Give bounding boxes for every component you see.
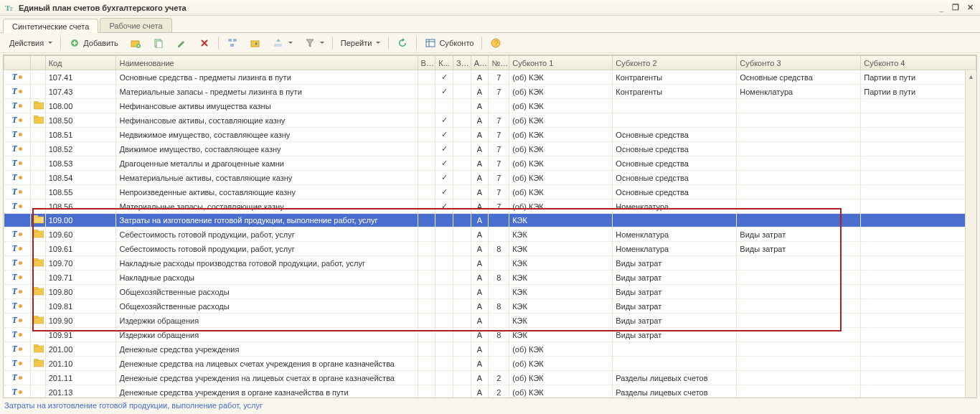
cell-s4: Партии в пути xyxy=(861,70,976,85)
cell-z xyxy=(453,227,471,242)
scrollbar[interactable]: ▲ xyxy=(965,71,976,397)
refresh-button[interactable] xyxy=(392,35,413,51)
table-row[interactable]: T109.90Издержки обращенияАКЭКВиды затрат xyxy=(4,314,976,328)
col-a[interactable]: А... xyxy=(471,56,489,70)
col-s4[interactable]: Субконто 4 xyxy=(861,56,976,70)
cell-s1: (об) КЭК xyxy=(509,357,613,371)
table-row[interactable]: T108.56Материальные запасы, составляющие… xyxy=(4,199,976,214)
table-row[interactable]: T109.71Накладные расходыА8КЭКВиды затрат xyxy=(4,270,976,285)
table-row[interactable]: T109.80Общехозяйственные расходыАКЭКВиды… xyxy=(4,285,976,299)
add-button[interactable]: Добавить xyxy=(64,35,123,51)
col-z[interactable]: З... xyxy=(453,56,471,70)
table-row[interactable]: T201.13Денежные средства учреждения в ор… xyxy=(4,385,976,399)
cell-a: А xyxy=(471,142,489,156)
cell-name: Недвижимое имущество, составляющее казну xyxy=(116,128,418,142)
separator xyxy=(332,37,333,50)
goto-menu[interactable]: Перейти xyxy=(336,37,386,50)
cell-s4 xyxy=(861,285,976,299)
table-row[interactable]: T107.43Материальные запасы - предметы ли… xyxy=(4,85,976,99)
table-row[interactable]: T201.00Денежные средства учрежденияА(об)… xyxy=(4,342,976,357)
cell-name: Себестоимость готовой продукции, работ, … xyxy=(116,227,418,242)
col-n[interactable]: №... xyxy=(489,56,509,70)
cell-code: 109.91 xyxy=(45,328,116,342)
cell-s3 xyxy=(737,371,861,385)
table-row[interactable]: T109.91Издержки обращенияА8КЭКВиды затра… xyxy=(4,328,976,342)
hierarchy-toggle[interactable] xyxy=(222,35,243,51)
table-row[interactable]: T108.51Недвижимое имущество, составляюще… xyxy=(4,128,976,142)
cell-z xyxy=(453,199,471,214)
cell-k xyxy=(435,242,453,256)
cell-v xyxy=(418,270,435,285)
cell-a: А xyxy=(471,113,489,128)
table-row[interactable]: T108.55Непроизведенные активы, составляю… xyxy=(4,185,976,199)
cell-code: 107.43 xyxy=(45,85,116,99)
delete-button[interactable] xyxy=(194,35,215,51)
cell-s2: Основные средства xyxy=(613,171,737,185)
col-s2[interactable]: Субконто 2 xyxy=(613,56,737,70)
scroll-up-icon[interactable]: ▲ xyxy=(966,71,976,83)
col-code[interactable]: Код xyxy=(45,56,116,70)
account-icon: T xyxy=(12,315,22,326)
col-name[interactable]: Наименование xyxy=(116,56,418,70)
maximize-icon[interactable]: ❐ xyxy=(950,3,961,13)
table-row[interactable]: T201.11Денежные средства учреждения на л… xyxy=(4,371,976,385)
cell-s3 xyxy=(737,342,861,357)
subkonto-button[interactable]: Субконто xyxy=(420,35,479,51)
cell-s3 xyxy=(737,357,861,371)
cell-n xyxy=(489,256,509,270)
move-button[interactable] xyxy=(245,35,266,51)
cell-name: Непроизведенные активы, составляющие каз… xyxy=(116,185,418,199)
table-row[interactable]: T107.41Основные средства - предметы лизи… xyxy=(4,70,976,85)
edit-button[interactable] xyxy=(171,35,192,51)
col-v[interactable]: В... xyxy=(418,56,435,70)
table-row[interactable]: T109.60Себестоимость готовой продукции, … xyxy=(4,227,976,242)
cell-s2: Виды затрат xyxy=(613,256,737,270)
filter-button[interactable] xyxy=(299,35,329,51)
tab-synthetic[interactable]: Синтетические счета xyxy=(3,19,98,33)
close-icon[interactable]: ✕ xyxy=(964,3,976,13)
col-rowicon[interactable] xyxy=(4,56,31,70)
tab-working[interactable]: Рабочие счета xyxy=(100,18,171,32)
col-s3[interactable]: Субконто 3 xyxy=(737,56,861,70)
table-row[interactable]: T109.81Общехозяйственные расходыА8КЭКВид… xyxy=(4,299,976,314)
cell-k: ✓ xyxy=(435,113,453,128)
cell-s1: (об) КЭК xyxy=(509,99,613,113)
cell-code: 108.54 xyxy=(45,171,116,185)
separator xyxy=(481,37,482,50)
table-row[interactable]: 109.00Затраты на изготовление готовой пр… xyxy=(4,214,976,227)
level-up-button[interactable] xyxy=(268,35,298,51)
table-row[interactable]: T201.10Денежные средства на лицевых счет… xyxy=(4,357,976,371)
cell-name: Нематериальные активы, составляющие казн… xyxy=(116,171,418,185)
table-row[interactable]: T109.70Накладные расходы производства го… xyxy=(4,256,976,270)
col-k[interactable]: К... xyxy=(435,56,453,70)
add-copy-button[interactable] xyxy=(148,35,169,51)
account-icon: T xyxy=(12,144,22,154)
cell-a: А xyxy=(471,199,489,214)
folder-icon xyxy=(34,287,44,296)
cell-z xyxy=(453,342,471,357)
chevron-down-icon xyxy=(288,42,293,44)
cell-code: 108.50 xyxy=(45,113,116,128)
refresh-icon xyxy=(397,37,408,49)
help-button[interactable]: ? xyxy=(485,35,507,51)
table-row[interactable]: T108.53Драгоценные металлы и драгоценные… xyxy=(4,156,976,171)
table-row[interactable]: T108.54Нематериальные активы, составляющ… xyxy=(4,171,976,185)
table-row[interactable]: T108.00Нефинансовые активы имущества каз… xyxy=(4,99,976,113)
minimize-icon[interactable]: _ xyxy=(936,3,947,13)
grid[interactable]: Код Наименование В... К... З... А... №..… xyxy=(3,55,977,398)
add-folder-button[interactable] xyxy=(125,35,146,51)
help-icon: ? xyxy=(490,37,501,49)
cell-v xyxy=(418,85,435,99)
actions-menu[interactable]: Действия xyxy=(4,37,57,50)
cell-name: Основные средства - предметы лизинга в п… xyxy=(116,70,418,85)
table-row[interactable]: T108.50Нефинансовые активы, составляющие… xyxy=(4,113,976,128)
table-row[interactable]: T109.61Себестоимость готовой продукции, … xyxy=(4,242,976,256)
folder-icon xyxy=(34,116,44,124)
account-icon: T xyxy=(12,72,22,83)
col-folder[interactable] xyxy=(31,56,46,70)
table-row[interactable]: T108.52Движимое имущество, составляющее … xyxy=(4,142,976,156)
cell-s4 xyxy=(861,99,976,113)
chevron-down-icon xyxy=(376,42,380,44)
col-s1[interactable]: Субконто 1 xyxy=(509,56,613,70)
cell-a: А xyxy=(471,270,489,285)
